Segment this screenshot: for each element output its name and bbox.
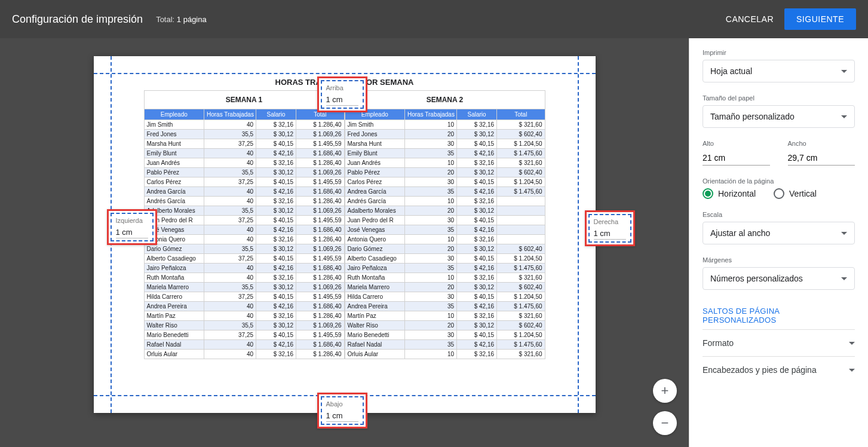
cell-salary: $ 42,16 bbox=[256, 149, 296, 158]
headers-footers-expander[interactable]: Encabezados y pies de página bbox=[703, 356, 855, 383]
cell-total: $ 1.069,26 bbox=[296, 283, 344, 292]
orientation-horizontal-radio[interactable]: Horizontal bbox=[703, 188, 756, 199]
cell-salary: $ 32,16 bbox=[457, 235, 497, 244]
cell-hours: 30 bbox=[405, 254, 457, 264]
cell-emp: Jim Smith bbox=[144, 120, 204, 130]
cell-emp: Fred Jones bbox=[345, 130, 405, 139]
page-content: HORAS TRABAJADAS POR SEMANA SEMANA 1 Emp… bbox=[144, 73, 545, 396]
col-salary: Salario bbox=[457, 109, 497, 120]
cell-salary: $ 42,16 bbox=[457, 187, 497, 197]
cell-salary: $ 42,16 bbox=[256, 264, 296, 273]
margin-callout-right[interactable]: Derecha 1 cm bbox=[585, 210, 635, 246]
cell-salary: $ 42,16 bbox=[256, 302, 296, 311]
cell-salary: $ 30,12 bbox=[256, 206, 296, 216]
cell-salary: $ 32,16 bbox=[457, 158, 497, 168]
cell-total: $ 602,40 bbox=[497, 244, 545, 254]
margin-top-value[interactable]: 1 cm bbox=[326, 95, 358, 106]
cell-emp: Rafael Nadal bbox=[345, 340, 405, 350]
cell-hours: 30 bbox=[405, 139, 457, 149]
cell-emp: José Venegas bbox=[345, 225, 405, 235]
cell-hours: 40 bbox=[204, 149, 256, 158]
zoom-in-button[interactable]: + bbox=[653, 379, 677, 403]
cell-emp: Pablo Pérez bbox=[144, 168, 204, 177]
cell-salary: $ 40,15 bbox=[457, 292, 497, 302]
next-button[interactable]: Siguiente bbox=[784, 8, 856, 30]
total-label: Total: bbox=[156, 15, 174, 24]
table-row: Ruth Montaña10$ 32,16$ 321,60 bbox=[345, 273, 545, 283]
cell-hours: 35 bbox=[405, 225, 457, 235]
margin-callout-left[interactable]: Izquierda 1 cm bbox=[107, 209, 157, 245]
width-label: Ancho bbox=[788, 140, 855, 147]
cell-salary: $ 32,16 bbox=[457, 197, 497, 206]
margin-right-label: Derecha bbox=[594, 218, 626, 225]
cell-emp: Adalberto Morales bbox=[345, 206, 405, 216]
margin-top-label: Arriba bbox=[326, 84, 358, 91]
cell-salary: $ 30,12 bbox=[457, 130, 497, 139]
custom-page-breaks-link[interactable]: Saltos de página personalizados bbox=[703, 302, 855, 329]
cell-salary: $ 40,15 bbox=[256, 330, 296, 340]
table-row: Carlos Pérez37,25$ 40,15$ 1.495,59 bbox=[144, 177, 344, 187]
chevron-down-icon bbox=[841, 115, 847, 118]
cell-total: $ 321,60 bbox=[497, 311, 545, 321]
table-row: Juan Andrés40$ 32,16$ 1.286,40 bbox=[144, 158, 344, 168]
cell-emp: Antonia Quero bbox=[345, 235, 405, 244]
chevron-down-icon bbox=[849, 369, 855, 372]
cell-total: $ 1.069,26 bbox=[296, 168, 344, 177]
orientation-vertical-radio[interactable]: Vertical bbox=[774, 188, 817, 199]
table-row: Mariela Marrero35,5$ 30,12$ 1.069,26 bbox=[144, 283, 344, 292]
cell-hours: 20 bbox=[405, 168, 457, 177]
cell-total bbox=[497, 235, 545, 244]
cell-salary: $ 32,16 bbox=[256, 235, 296, 244]
cell-hours: 35,5 bbox=[204, 168, 256, 177]
cell-salary: $ 42,16 bbox=[256, 187, 296, 197]
format-label: Formato bbox=[703, 338, 734, 348]
cell-emp: Jairo Peñaloza bbox=[345, 264, 405, 273]
table-row: Marsha Hunt30$ 40,15$ 1.204,50 bbox=[345, 139, 545, 149]
margin-left-label: Izquierda bbox=[116, 217, 148, 224]
cell-emp: Alberto Casadiego bbox=[144, 254, 204, 264]
cell-emp: Fred Jones bbox=[144, 130, 204, 139]
margin-left-value[interactable]: 1 cm bbox=[116, 228, 148, 238]
cell-hours: 37,25 bbox=[204, 139, 256, 149]
cell-total: $ 1.069,26 bbox=[296, 206, 344, 216]
cell-salary: $ 32,16 bbox=[256, 350, 296, 359]
cell-hours: 35 bbox=[405, 187, 457, 197]
table-row: Mario Benedetti37,25$ 40,15$ 1.495,59 bbox=[144, 330, 344, 340]
cell-hours: 37,25 bbox=[204, 292, 256, 302]
week1-header: SEMANA 1 bbox=[144, 90, 345, 109]
table-row: Rafael Nadal35$ 42,16$ 1.475,60 bbox=[345, 340, 545, 350]
zoom-out-button[interactable]: − bbox=[653, 411, 677, 435]
table-row: José Venegas40$ 42,16$ 1.686,40 bbox=[144, 225, 344, 235]
cell-emp: Andrés García bbox=[345, 197, 405, 206]
scale-dropdown[interactable]: Ajustar al ancho bbox=[703, 222, 855, 244]
week2-block: SEMANA 2 Empleado Horas Trabajadas Salar… bbox=[345, 90, 545, 359]
cell-total: $ 1.204,50 bbox=[497, 177, 545, 187]
cell-emp: Alberto Casadiego bbox=[345, 254, 405, 264]
cell-total: $ 1.686,40 bbox=[296, 187, 344, 197]
margin-callout-bottom[interactable]: Abajo 1 cm bbox=[317, 393, 367, 428]
margin-callout-top[interactable]: Arriba 1 cm bbox=[317, 76, 367, 112]
cell-salary: $ 40,15 bbox=[256, 216, 296, 225]
format-expander[interactable]: Formato bbox=[703, 329, 855, 356]
cell-emp: Andrea Pereira bbox=[144, 302, 204, 311]
width-input[interactable] bbox=[788, 151, 855, 166]
cell-salary: $ 40,15 bbox=[256, 139, 296, 149]
paper-size-dropdown[interactable]: Tamaño personalizado bbox=[703, 105, 855, 128]
cell-salary: $ 32,16 bbox=[256, 197, 296, 206]
cell-emp: Carlos Pérez bbox=[144, 177, 204, 187]
margin-guide-right[interactable] bbox=[578, 56, 579, 413]
orientation-label: Orientación de la página bbox=[703, 177, 855, 185]
margins-dropdown[interactable]: Números personalizados bbox=[703, 267, 855, 290]
cell-total: $ 1.495,59 bbox=[296, 216, 344, 225]
table-row: Ruth Montaña40$ 32,16$ 1.286,40 bbox=[144, 273, 344, 283]
cell-total: $ 321,60 bbox=[497, 158, 545, 168]
cell-hours: 20 bbox=[405, 283, 457, 292]
cell-salary: $ 32,16 bbox=[457, 350, 497, 359]
header: Configuración de impresión Total: 1 pági… bbox=[0, 0, 868, 38]
print-dropdown[interactable]: Hoja actual bbox=[703, 60, 855, 82]
height-input[interactable] bbox=[703, 151, 770, 166]
cancel-button[interactable]: Cancelar bbox=[726, 14, 774, 24]
margin-bottom-value[interactable]: 1 cm bbox=[326, 411, 358, 422]
cell-emp: Walter Riso bbox=[345, 321, 405, 330]
margin-right-value[interactable]: 1 cm bbox=[594, 229, 626, 240]
